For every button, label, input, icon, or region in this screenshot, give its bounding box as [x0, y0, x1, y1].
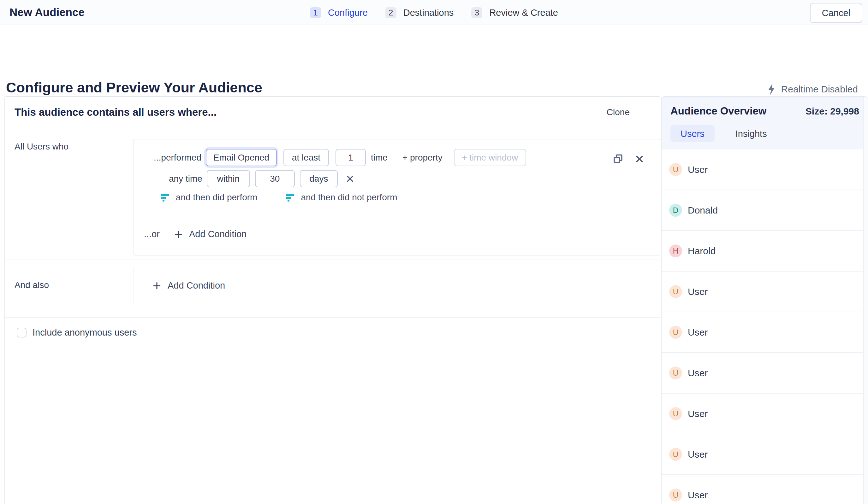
- user-name: User: [688, 490, 707, 501]
- section-divider: [134, 266, 134, 304]
- builder-title: This audience contains all users where..…: [14, 106, 217, 118]
- cancel-button[interactable]: Cancel: [810, 3, 862, 23]
- user-avatar: U: [669, 489, 682, 502]
- user-list-item[interactable]: U User: [662, 393, 868, 434]
- and-also-section: And also Add Condition: [5, 260, 660, 317]
- duplicate-condition-icon[interactable]: [612, 153, 624, 165]
- panel-scrollbar[interactable]: [863, 97, 868, 504]
- page-title: Configure and Preview Your Audience: [6, 80, 262, 96]
- step-review-create[interactable]: 3 Review & Create: [471, 7, 558, 18]
- user-list-item[interactable]: D Donald: [662, 190, 868, 231]
- user-list-item[interactable]: U User: [662, 353, 868, 393]
- user-name: User: [688, 449, 707, 460]
- realtime-status-badge: Realtime Disabled: [767, 83, 858, 96]
- event-select[interactable]: Email Opened: [206, 149, 277, 166]
- event-condition-row: ...performed Email Opened at least 1 tim…: [154, 149, 526, 166]
- overview-tabs: Users Insights: [670, 125, 859, 142]
- user-name: User: [688, 368, 707, 378]
- audience-overview-panel: Audience Overview Size: 29,998 Users Ins…: [661, 96, 868, 504]
- user-avatar: U: [669, 448, 682, 461]
- add-and-condition-button[interactable]: Add Condition: [153, 280, 225, 291]
- and-also-label: And also: [14, 280, 49, 290]
- funnel-icon: [286, 193, 294, 202]
- step-configure[interactable]: 1 Configure: [310, 7, 368, 18]
- time-suffix-label: time: [371, 153, 388, 163]
- add-or-condition-button[interactable]: Add Condition: [174, 229, 247, 239]
- user-list-item[interactable]: U User: [662, 475, 868, 504]
- user-avatar: D: [669, 204, 682, 217]
- options-section: Include anonymous users: [5, 317, 660, 355]
- user-list-item[interactable]: U User: [662, 272, 868, 312]
- top-bar: New Audience 1 Configure 2 Destinations …: [0, 0, 868, 25]
- user-list-item[interactable]: U User: [662, 434, 868, 475]
- wizard-stepper: 1 Configure 2 Destinations 3 Review & Cr…: [310, 0, 558, 25]
- user-avatar: U: [669, 326, 682, 339]
- group-label: All Users who: [14, 141, 69, 152]
- remove-condition-icon[interactable]: [635, 155, 644, 164]
- time-unit-select[interactable]: days: [300, 170, 338, 187]
- add-property-button[interactable]: + property: [402, 153, 443, 163]
- user-name: User: [688, 327, 707, 338]
- include-anonymous-checkbox[interactable]: [17, 328, 27, 337]
- all-users-section: All Users who ...performed Email Opened …: [5, 128, 660, 260]
- time-value-input[interactable]: 30: [255, 170, 295, 187]
- user-avatar: U: [669, 407, 682, 420]
- operator-select[interactable]: at least: [283, 149, 329, 166]
- tab-users[interactable]: Users: [670, 125, 715, 142]
- funnel-icon: [161, 193, 169, 202]
- clone-button[interactable]: Clone: [607, 107, 630, 117]
- overview-title: Audience Overview: [670, 105, 766, 117]
- user-name: User: [688, 164, 707, 175]
- audience-size: Size: 29,998: [806, 106, 859, 117]
- include-anonymous-label: Include anonymous users: [32, 327, 137, 338]
- user-avatar: U: [669, 163, 682, 176]
- count-input[interactable]: 1: [335, 149, 366, 166]
- audience-builder-card: This audience contains all users where..…: [4, 96, 660, 504]
- or-row: ...or Add Condition: [144, 229, 247, 239]
- window-title: New Audience: [9, 6, 85, 19]
- user-avatar: U: [669, 285, 682, 298]
- remove-time-window-icon[interactable]: [346, 175, 354, 183]
- step-number-badge: 1: [310, 7, 321, 18]
- did-perform-button[interactable]: and then did perform: [176, 192, 257, 202]
- performed-label: ...performed: [154, 153, 202, 163]
- user-name: User: [688, 408, 707, 419]
- builder-header: This audience contains all users where..…: [5, 97, 660, 128]
- step-number-badge: 3: [471, 7, 482, 18]
- user-list-item[interactable]: U User: [662, 149, 868, 190]
- user-name: User: [688, 286, 707, 297]
- any-time-label: any time: [169, 174, 202, 184]
- user-avatar: U: [669, 367, 682, 379]
- anonymous-users-option[interactable]: Include anonymous users: [17, 327, 137, 338]
- user-list-item[interactable]: H Harold: [662, 231, 868, 272]
- time-window-row: any time within 30 days: [169, 170, 354, 187]
- user-name: Donald: [688, 205, 718, 216]
- step-destinations[interactable]: 2 Destinations: [385, 7, 454, 18]
- plus-icon: [174, 230, 183, 239]
- sequence-actions-row: and then did perform and then did not pe…: [161, 192, 397, 202]
- user-avatar: H: [669, 244, 682, 258]
- within-select[interactable]: within: [207, 170, 250, 187]
- user-name: Harold: [688, 246, 715, 256]
- or-label: ...or: [144, 229, 160, 239]
- user-preview-list: U User D Donald H Harold U User U User U…: [662, 149, 868, 504]
- time-window-input[interactable]: + time window: [454, 149, 526, 166]
- step-number-badge: 2: [385, 7, 396, 18]
- did-not-perform-button[interactable]: and then did not perform: [301, 192, 397, 202]
- condition-group: ...performed Email Opened at least 1 tim…: [134, 139, 660, 255]
- lightning-bolt-icon: [767, 83, 776, 96]
- tab-insights[interactable]: Insights: [725, 125, 777, 142]
- plus-icon: [153, 282, 161, 290]
- user-list-item[interactable]: U User: [662, 312, 868, 353]
